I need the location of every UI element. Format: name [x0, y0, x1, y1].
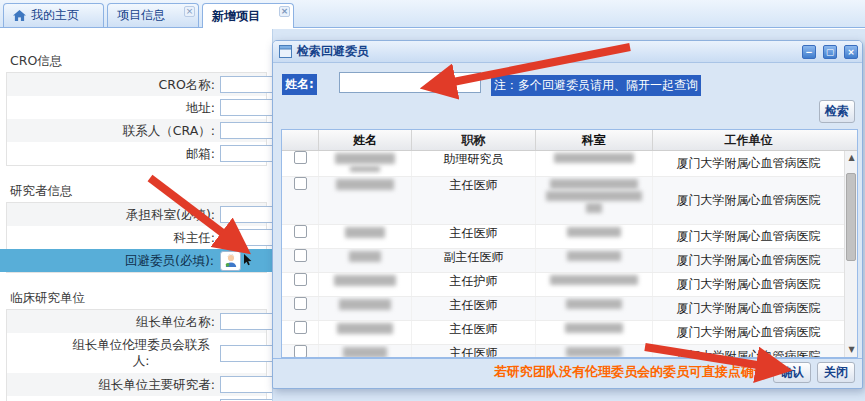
form-text-input[interactable]: [220, 229, 273, 246]
dept-cell-censored: [536, 273, 653, 296]
close-icon[interactable]: ×: [279, 6, 290, 17]
field-label: 组长单位伦理委员会联系人:: [7, 337, 220, 368]
scroll-down-icon[interactable]: ▼: [845, 343, 857, 357]
column-header-name[interactable]: 姓名: [319, 130, 412, 150]
org-cell: 厦门大学附属心血管病医院: [653, 155, 844, 172]
table-row[interactable]: 主任医师厦门大学附属心血管病医院: [282, 225, 857, 249]
maximize-icon[interactable]: ▢: [823, 45, 837, 59]
row-checkbox[interactable]: [294, 249, 307, 262]
title-cell: 主任医师: [412, 297, 536, 320]
title-cell: 助理研究员: [412, 151, 536, 176]
select-cell: [282, 297, 319, 320]
dept-cell-censored: [536, 345, 653, 357]
tab-label: 项目信息: [117, 7, 165, 24]
close-button[interactable]: 关闭: [817, 362, 855, 383]
form-text-input[interactable]: [220, 376, 273, 393]
select-cell: [282, 225, 319, 248]
org-cell: 厦门大学附属心血管病医院: [653, 192, 844, 209]
confirm-button[interactable]: 确认: [773, 362, 811, 383]
table-row[interactable]: 主任医师厦门大学附属心血管病医院: [282, 297, 857, 321]
title-cell: 副主任医师: [412, 249, 536, 272]
search-recusal-member-dialog: 检索回避委员 − ▢ × 姓名: 注：多个回避委员请用、隔开一起查询 检索 姓名…: [272, 40, 863, 389]
form-row: 组长单位名称:: [7, 310, 266, 333]
form-row-recusal-member: 回避委员(必填):: [0, 249, 273, 272]
dialog-title: 检索回避委员: [297, 43, 795, 60]
form-row: 组长单位伦理委员会联系人:: [7, 333, 266, 373]
form-section-title: 临床研究单位: [10, 290, 272, 306]
scrollbar-thumb[interactable]: [846, 173, 856, 261]
row-checkbox[interactable]: [294, 177, 307, 190]
table-row[interactable]: 主任护师厦门大学附属心血管病医院: [282, 273, 857, 297]
form-row: 地址:: [7, 96, 266, 119]
table-row[interactable]: 副主任医师厦门大学附属心血管病医院: [282, 249, 857, 273]
field-label: 科主任:: [7, 230, 220, 246]
dept-cell-censored: [536, 151, 653, 176]
row-checkbox[interactable]: [294, 345, 307, 357]
name-cell-censored: [319, 177, 412, 224]
table-row[interactable]: 主任医师厦门大学附属心血管病医院: [282, 177, 857, 225]
field-label: 承担科室(必填):: [7, 207, 220, 223]
column-header-title[interactable]: 职称: [412, 130, 536, 150]
tab-label: 我的主页: [31, 7, 79, 24]
minimize-icon[interactable]: −: [802, 45, 816, 59]
form-text-input[interactable]: [220, 145, 273, 162]
select-cell: [282, 321, 319, 344]
row-checkbox[interactable]: [294, 151, 307, 164]
form-text-input[interactable]: [220, 206, 273, 223]
row-checkbox[interactable]: [294, 321, 307, 334]
table-scrollbar[interactable]: ▲ ▼: [844, 151, 857, 357]
name-search-input[interactable]: [339, 72, 481, 93]
scroll-up-icon[interactable]: ▲: [845, 151, 857, 165]
footer-warning-text: 若研究团队没有伦理委员会的委员可直接点确认: [494, 363, 767, 381]
dept-cell-censored: [536, 321, 653, 344]
close-icon[interactable]: ×: [184, 6, 195, 17]
form-text-input[interactable]: [220, 76, 273, 93]
dept-cell-censored: [536, 249, 653, 272]
form-text-input[interactable]: [220, 345, 273, 362]
org-cell: 厦门大学附属心血管病医院: [653, 276, 844, 293]
form-section: 组长单位名称:组长单位伦理委员会联系人:组长单位主要研究者:参加单位:: [6, 309, 267, 401]
form-text-input[interactable]: [220, 313, 273, 330]
table-row[interactable]: 主任医师厦门大学附属心血管病医院: [282, 321, 857, 345]
dialog-footer: 若研究团队没有伦理委员会的委员可直接点确认 确认 关闭: [273, 358, 862, 385]
org-cell: 厦门大学附属心血管病医院: [653, 300, 844, 317]
dept-cell-censored: [536, 225, 653, 248]
form-text-input[interactable]: [220, 99, 273, 116]
tab-new-project[interactable]: 新增项目 ×: [202, 3, 294, 28]
form-section: CRO名称:地址:联系人（CRA）:邮箱:: [6, 72, 267, 166]
name-cell-censored: [319, 225, 412, 248]
member-picker-button[interactable]: [220, 251, 241, 271]
dialog-titlebar[interactable]: 检索回避委员 − ▢ ×: [273, 41, 862, 63]
tab-project-info[interactable]: 项目信息 ×: [107, 3, 199, 27]
name-field-label: 姓名:: [282, 74, 317, 95]
form-row: 科主任:: [7, 226, 266, 249]
column-header-org[interactable]: 工作单位: [653, 130, 844, 150]
table-header: 姓名 职称 科室 工作单位: [282, 130, 857, 151]
row-checkbox[interactable]: [294, 297, 307, 310]
name-cell-censored: [319, 345, 412, 357]
row-checkbox[interactable]: [294, 225, 307, 238]
table-row[interactable]: 助理研究员厦门大学附属心血管病医院: [282, 151, 857, 177]
form-section-title: 研究者信息: [10, 183, 272, 199]
name-cell-censored: [319, 249, 412, 272]
page-content: CRO信息CRO名称:地址:联系人（CRA）:邮箱:研究者信息承担科室(必填):…: [0, 29, 865, 401]
title-cell: 主任医师: [412, 177, 536, 224]
field-label: 联系人（CRA）:: [7, 123, 220, 139]
title-cell: 主任医师: [412, 345, 536, 357]
mouse-cursor-icon: [244, 251, 253, 270]
search-button[interactable]: 检索: [819, 100, 855, 123]
select-cell: [282, 177, 319, 224]
column-header-dept[interactable]: 科室: [536, 130, 653, 150]
form-text-input[interactable]: [220, 122, 273, 139]
name-cell-censored: [319, 151, 412, 176]
name-cell-censored: [319, 297, 412, 320]
tab-my-home[interactable]: 我的主页: [3, 3, 104, 27]
select-cell: [282, 249, 319, 272]
dept-cell-censored: [536, 297, 653, 320]
close-icon[interactable]: ×: [844, 45, 858, 59]
row-checkbox[interactable]: [294, 273, 307, 286]
table-row[interactable]: 主任医师厦门大学附属心血管病医院: [282, 345, 857, 357]
org-cell: 厦门大学附属心血管病医院: [653, 324, 844, 341]
form-row: 承担科室(必填):: [7, 203, 266, 226]
members-table: 姓名 职称 科室 工作单位 助理研究员厦门大学附属心血管病医院主任医师厦门大学附…: [281, 129, 858, 358]
